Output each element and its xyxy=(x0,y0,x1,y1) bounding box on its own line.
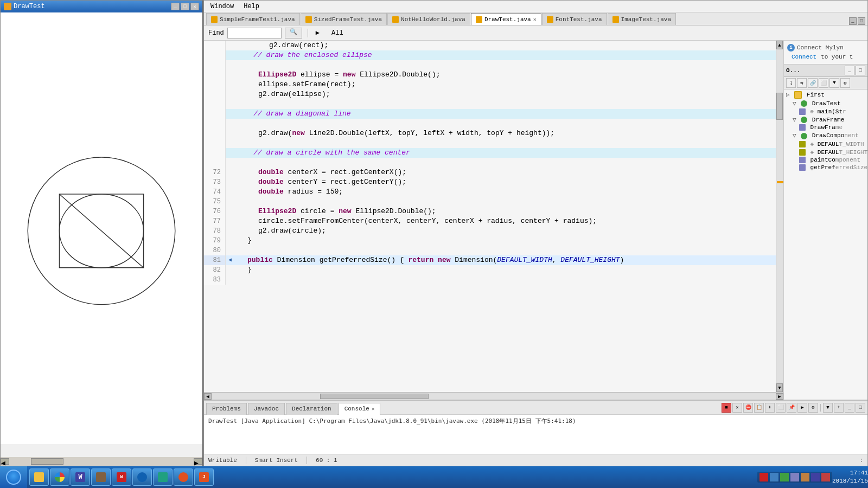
console-close-icon[interactable]: ✕ xyxy=(372,406,374,412)
tab-javadoc[interactable]: Javadoc xyxy=(248,403,285,415)
taskbar-item-music[interactable] xyxy=(153,468,173,486)
console-new[interactable]: + xyxy=(834,403,844,413)
console-btn2[interactable]: ✕ xyxy=(732,403,742,413)
taskbar-item-w[interactable]: W xyxy=(71,468,90,486)
line-number xyxy=(204,158,226,168)
line-number: 76 xyxy=(204,207,226,216)
tab-problems[interactable]: Problems xyxy=(206,403,247,415)
pe-toolbar-btn2[interactable]: ⇆ xyxy=(797,78,807,88)
tray-icon-1[interactable] xyxy=(770,473,778,481)
start-button[interactable] xyxy=(0,466,27,488)
scroll-down-btn[interactable]: ▼ xyxy=(776,383,783,392)
line-number xyxy=(204,99,226,109)
hscroll-left-btn[interactable]: ◀ xyxy=(204,393,212,400)
code-line-74: 74 double radius = 150; xyxy=(204,187,776,197)
pe-item-drawcompo[interactable]: ▽ DrawComponent xyxy=(786,131,865,139)
pe-item-first[interactable]: ▷ First xyxy=(786,91,865,99)
maximize-button[interactable]: □ xyxy=(181,3,189,10)
menu-window[interactable]: Window xyxy=(206,2,238,11)
scrollbar-thumb[interactable] xyxy=(31,458,63,465)
find-all-btn[interactable]: ▶ xyxy=(311,28,324,37)
console-btn7[interactable]: 📌 xyxy=(787,403,796,413)
menu-help[interactable]: Help xyxy=(239,2,264,11)
tab-imagetest[interactable]: ImageTest.java xyxy=(608,13,676,25)
find-input[interactable] xyxy=(227,28,282,38)
pe-max-btn[interactable]: □ xyxy=(856,66,865,75)
draw-window-controls[interactable]: _ □ ✕ xyxy=(171,3,199,10)
vscroll-thumb[interactable] xyxy=(776,93,783,120)
line-arrow xyxy=(226,265,234,275)
console-btn6[interactable]: ⬜ xyxy=(776,403,786,413)
terminate-btn[interactable]: ■ xyxy=(722,403,731,413)
horizontal-scrollbar[interactable]: ◀ ▶ xyxy=(1,457,202,466)
tab-drawtest[interactable]: DrawTest.java ✕ xyxy=(471,13,541,25)
hscroll-thumb[interactable] xyxy=(320,394,429,399)
pe-toolbar-btn1[interactable]: ⤵ xyxy=(786,78,796,88)
scroll-right-button[interactable]: ▶ xyxy=(194,458,202,465)
pe-toolbar-btn4[interactable]: ⬜ xyxy=(819,78,828,88)
pe-item-drawframe[interactable]: ▽ DrawFrame xyxy=(786,115,865,124)
pe-min-btn[interactable]: _ xyxy=(845,66,854,75)
pe-toolbar: ⤵ ⇆ 🔗 ⬜ ▼ ⚙ xyxy=(784,77,867,89)
connect-link[interactable]: Connect xyxy=(789,54,816,60)
pe-item-getpref[interactable]: getPreferredSize xyxy=(786,164,865,171)
close-button[interactable]: ✕ xyxy=(190,3,199,10)
tab-nothelloworld[interactable]: NotHelloWorld.java xyxy=(387,13,470,25)
tab-declaration[interactable]: Declaration xyxy=(286,403,337,415)
taskbar-item-ie[interactable] xyxy=(132,468,152,486)
scroll-up-btn[interactable]: ▲ xyxy=(776,41,783,49)
orange-scroll-marker xyxy=(777,181,783,183)
tab-simplefametest[interactable]: SimpleFrameTest1.java xyxy=(206,13,300,25)
line-code xyxy=(234,246,241,255)
pe-controls[interactable]: _ □ xyxy=(845,66,865,75)
green-circle-icon xyxy=(801,133,807,139)
tray-icon-adobe[interactable] xyxy=(760,473,768,481)
tab-console[interactable]: Console ✕ xyxy=(339,403,381,415)
tray-icon-2[interactable] xyxy=(780,473,789,481)
tray-icon-3[interactable] xyxy=(790,473,799,481)
tab-close-icon[interactable]: ✕ xyxy=(533,16,537,23)
minimize-button[interactable]: _ xyxy=(171,3,180,10)
tray-icon-6[interactable] xyxy=(821,473,830,481)
pe-item-default1[interactable]: ◈ DEFAULT_WIDTH xyxy=(786,140,865,148)
pe-item-paintco[interactable]: paintComponent xyxy=(786,156,865,164)
horizontal-scrollbar[interactable]: ◀ ▶ xyxy=(204,392,783,400)
pe-toolbar-btn3[interactable]: 🔗 xyxy=(808,78,818,88)
editor-minimize-btn[interactable]: _ xyxy=(849,17,857,25)
pe-collapse-btn[interactable]: ▼ xyxy=(829,78,839,88)
console-min[interactable]: _ xyxy=(845,403,854,413)
taskbar-item-chrome[interactable] xyxy=(50,468,69,486)
taskbar-clock[interactable]: 17:41 2018/11/15 xyxy=(832,469,868,486)
scroll-left-button[interactable]: ◀ xyxy=(1,458,9,465)
code-content[interactable]: g2.draw(rect); // draw the enclosed elli… xyxy=(204,41,776,392)
taskbar-item-folder[interactable] xyxy=(29,468,49,486)
hscroll-right-btn[interactable]: ▶ xyxy=(776,393,783,400)
console-btn5[interactable]: ⬇ xyxy=(765,403,775,413)
taskbar-item-java[interactable]: J xyxy=(194,468,214,486)
console-view-menu[interactable]: ▼ xyxy=(823,403,833,413)
bottom-panel: Problems Javadoc Declaration Console ✕ ■… xyxy=(204,400,867,454)
tray-icon-4[interactable] xyxy=(801,473,809,481)
console-btn3[interactable]: ⛔ xyxy=(743,403,753,413)
tab-fonttest[interactable]: FontTest.java xyxy=(542,13,607,25)
pe-item-main[interactable]: ⊕ main(Str xyxy=(786,107,865,115)
tab-sizedframetest[interactable]: SizedFrameTest.java xyxy=(301,13,387,25)
console-max[interactable]: □ xyxy=(856,403,865,413)
console-btn8[interactable]: ▶ xyxy=(797,403,807,413)
tray-icon-5[interactable] xyxy=(811,473,820,481)
pe-item-drawtest[interactable]: ▽ DrawTest xyxy=(786,99,865,107)
vertical-scrollbar[interactable]: ▲ ▼ xyxy=(776,41,783,392)
console-btn9[interactable]: ⚙ xyxy=(808,403,818,413)
console-btn4[interactable]: 📋 xyxy=(754,403,764,413)
editor-maximize-btn[interactable]: □ xyxy=(858,17,865,25)
find-search-icon[interactable]: 🔍 xyxy=(285,28,302,38)
code-line-83: 83 xyxy=(204,275,776,285)
taskbar-item-wps[interactable]: W xyxy=(112,468,131,486)
find-label-all[interactable]: All xyxy=(327,29,348,37)
code-line-80: 80 xyxy=(204,246,776,255)
taskbar-item-4[interactable] xyxy=(91,468,111,486)
pe-settings-btn[interactable]: ⚙ xyxy=(840,78,850,88)
pe-item-default2[interactable]: ◈ DEFAULT_HEIGHT xyxy=(786,148,865,156)
taskbar-item-red[interactable] xyxy=(174,468,193,486)
pe-item-drawframe-class[interactable]: DrawFrame xyxy=(786,124,865,131)
